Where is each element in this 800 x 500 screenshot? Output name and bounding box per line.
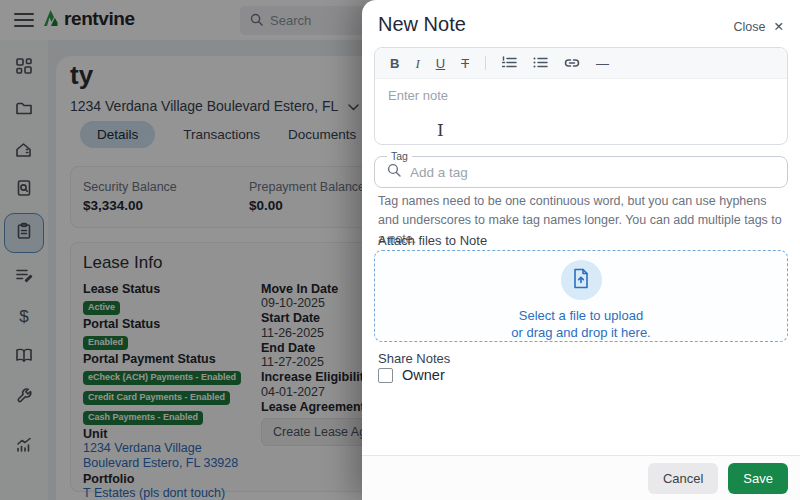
upload-text-line1: Select a file to upload xyxy=(511,307,650,324)
underline-button[interactable]: U xyxy=(436,57,445,70)
tag-search-icon xyxy=(387,163,401,181)
save-button[interactable]: Save xyxy=(728,463,788,494)
horizontal-rule-button[interactable]: — xyxy=(596,57,609,70)
owner-checkbox[interactable] xyxy=(378,368,393,383)
tag-input[interactable] xyxy=(410,165,775,180)
tag-field: Tag xyxy=(374,150,788,188)
attach-files-label: Attach files to Note xyxy=(378,233,487,248)
note-editor: B I U T — Enter note xyxy=(374,47,788,145)
toolbar-divider xyxy=(485,56,486,70)
ordered-list-button[interactable] xyxy=(502,56,517,71)
close-button[interactable]: Close ✕ xyxy=(734,19,784,34)
file-upload-icon xyxy=(572,268,590,293)
strikethrough-button[interactable]: T xyxy=(461,57,469,70)
app-screen: rentvine $ xyxy=(0,0,800,500)
modal-title: New Note xyxy=(378,13,466,36)
owner-checkbox-label: Owner xyxy=(402,367,445,383)
share-notes-label: Share Notes xyxy=(378,351,450,366)
share-owner-row: Owner xyxy=(378,367,445,383)
file-dropzone[interactable]: Select a file to upload or drag and drop… xyxy=(374,250,788,342)
new-note-modal: New Note Close ✕ B I U T — xyxy=(362,0,800,500)
link-button[interactable] xyxy=(564,57,580,70)
upload-text-line2: or drag and drop it here. xyxy=(511,324,650,341)
bullet-list-button[interactable] xyxy=(533,56,548,71)
bold-button[interactable]: B xyxy=(390,57,399,70)
italic-button[interactable]: I xyxy=(415,57,419,70)
upload-icon-circle xyxy=(561,260,602,300)
cancel-button[interactable]: Cancel xyxy=(648,463,718,494)
close-icon: ✕ xyxy=(774,19,784,34)
editor-toolbar: B I U T — xyxy=(375,48,787,79)
modal-footer: Cancel Save xyxy=(362,455,800,500)
note-input[interactable]: Enter note xyxy=(375,79,787,112)
tag-legend: Tag xyxy=(387,150,412,162)
close-label: Close xyxy=(734,20,766,34)
